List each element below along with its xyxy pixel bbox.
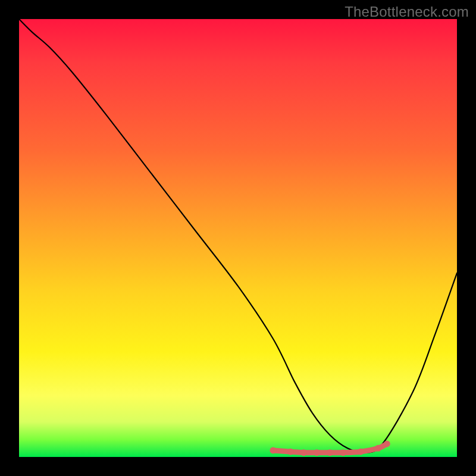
marker-dot — [270, 447, 276, 453]
marker-dot — [358, 449, 364, 455]
marker-group — [270, 440, 390, 456]
bottleneck-curve-path — [19, 19, 457, 453]
plot-area — [19, 19, 457, 457]
chart-container: TheBottleneck.com — [0, 0, 476, 476]
marker-dot — [314, 449, 320, 456]
marker-dot — [287, 449, 294, 455]
marker-dot — [300, 449, 307, 456]
marker-dot — [340, 449, 346, 456]
marker-dot — [327, 449, 333, 456]
marker-dot — [384, 440, 390, 447]
watermark-text: TheBottleneck.com — [345, 4, 469, 20]
marker-dot — [375, 445, 381, 452]
chart-svg — [19, 19, 457, 457]
